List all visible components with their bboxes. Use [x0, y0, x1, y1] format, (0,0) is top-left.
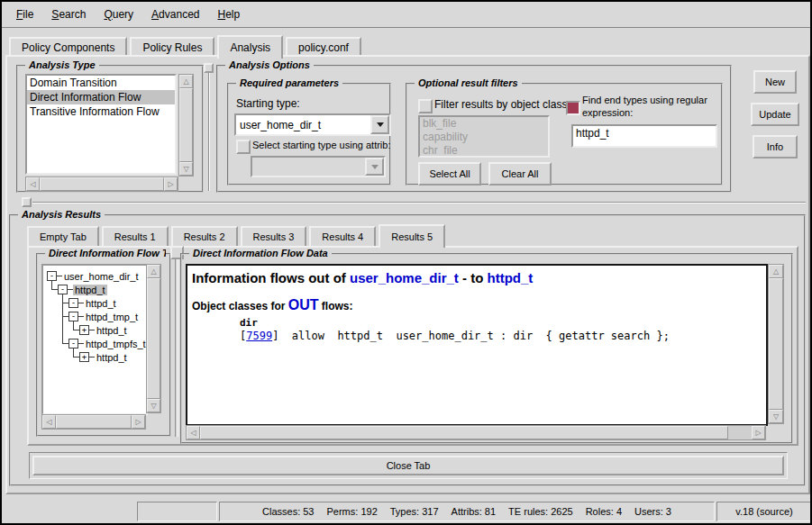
menu-help[interactable]: Help [208, 5, 249, 23]
tab-analysis[interactable]: Analysis [217, 35, 283, 59]
scrollbar-thumb[interactable] [200, 426, 728, 439]
menu-bar: File Search Query Advanced Help [2, 2, 810, 29]
tree-expand-icon[interactable]: - [68, 298, 78, 308]
tree-expand-icon[interactable]: - [58, 285, 68, 294]
scrollbar-thumb[interactable] [56, 415, 132, 429]
regex-checkbox[interactable] [566, 101, 580, 115]
menu-advanced[interactable]: Advanced [142, 5, 208, 23]
tree-node[interactable]: -httpd_tmp_t [43, 310, 140, 323]
status-version: v.18 (source) [716, 502, 812, 521]
analysis-type-item[interactable]: Domain Transition [27, 76, 175, 90]
rule-number-link[interactable]: 7599 [246, 330, 272, 342]
filter-object-class-label[interactable]: Filter results by object class: [434, 98, 570, 111]
tree-hscrollbar[interactable]: ◁ ▷ [41, 414, 146, 430]
select-all-button[interactable]: Select All [418, 162, 481, 186]
scroll-left-icon[interactable]: ◁ [187, 426, 200, 439]
menu-query[interactable]: Query [95, 5, 142, 23]
tree-expand-icon[interactable]: + [79, 352, 89, 362]
scroll-right-icon[interactable]: ▷ [752, 426, 765, 439]
pane-sash-vertical[interactable] [208, 67, 210, 191]
tab-results-5[interactable]: Results 5 [379, 224, 445, 248]
tab-policy-components[interactable]: Policy Components [9, 37, 127, 57]
scroll-down-icon[interactable]: ▽ [179, 162, 193, 176]
analysis-type-group: Analysis Type Domain Transition Direct I… [16, 65, 204, 193]
menu-file[interactable]: File [7, 5, 42, 23]
tree-node[interactable]: +httpd_t [43, 350, 129, 364]
scrollbar-thumb[interactable] [769, 278, 783, 410]
analysis-type-hscrollbar[interactable]: ◁ ▷ [25, 177, 178, 192]
analysis-type-item-selected[interactable]: Direct Information Flow [27, 90, 175, 104]
target-type: httpd_t [488, 270, 534, 285]
regex-checkbox-label[interactable]: Find end types using regular expression: [582, 94, 717, 119]
analysis-type-listbox[interactable]: Domain Transition Direct Information Flo… [25, 74, 177, 175]
scroll-down-icon[interactable]: ▽ [769, 410, 783, 423]
scroll-up-icon[interactable]: △ [179, 75, 193, 88]
flow-tree-group: Direct Information Flow T -user_home_dir… [36, 253, 171, 437]
scrollbar-thumb[interactable] [147, 278, 160, 399]
tree-node[interactable]: -httpd_t [43, 283, 107, 296]
tree-expand-icon[interactable]: - [47, 271, 57, 281]
scrollbar-thumb[interactable] [40, 177, 164, 191]
starting-type-combobox[interactable]: user_home_dir_t [234, 113, 391, 136]
starting-type-value: user_home_dir_t [240, 119, 321, 131]
flow-data-text[interactable]: Information flows out of user_home_dir_t… [186, 264, 768, 426]
status-empty-cell [137, 502, 217, 521]
tree-vscrollbar[interactable]: △ ▽ [146, 264, 161, 413]
tree-expand-icon[interactable]: - [68, 339, 78, 348]
analysis-options-group: Analysis Options Required parameters Sta… [216, 65, 732, 193]
tree-expand-icon[interactable]: - [68, 312, 78, 321]
tree-node[interactable]: -user_home_dir_t [43, 269, 141, 283]
attrib-checkbox[interactable] [236, 140, 251, 154]
tab-results-2[interactable]: Results 2 [171, 226, 238, 246]
analysis-results-title: Analysis Results [18, 209, 105, 220]
tree-node[interactable]: -httpd_t [43, 296, 118, 310]
data-hscrollbar[interactable]: ◁ ▷ [186, 425, 766, 440]
scroll-right-icon[interactable]: ▷ [132, 415, 145, 429]
scroll-up-icon[interactable]: △ [769, 265, 783, 278]
attrib-combobox [251, 156, 386, 177]
scroll-down-icon[interactable]: ▽ [147, 399, 160, 412]
stat-classes: Classes: 53 [262, 506, 314, 517]
optional-result-filters-group: Optional result filters Filter results b… [406, 83, 723, 186]
object-class-item: capability [420, 131, 548, 144]
tab-policy-conf[interactable]: policy.conf [286, 37, 361, 57]
tab-results-3[interactable]: Results 3 [241, 226, 307, 246]
scroll-left-icon[interactable]: ◁ [42, 415, 56, 429]
dropdown-arrow-icon[interactable] [370, 115, 389, 134]
regex-input[interactable]: httpd_t [571, 124, 717, 148]
analysis-type-vscrollbar[interactable]: △ ▽ [178, 74, 194, 177]
tab-results-4[interactable]: Results 4 [309, 226, 376, 246]
pane-sash-horizontal[interactable] [32, 202, 806, 204]
scroll-left-icon[interactable]: ◁ [26, 177, 40, 191]
filter-object-class-checkbox[interactable] [418, 99, 433, 113]
tree-node[interactable]: +httpd_t [43, 323, 129, 337]
pane-sash-handle[interactable] [22, 197, 32, 207]
pane-sash-handle[interactable] [204, 63, 214, 73]
clear-all-button[interactable]: Clear All [488, 162, 552, 186]
analysis-type-title: Analysis Type [25, 59, 99, 70]
info-button[interactable]: Info [753, 135, 798, 158]
scroll-right-icon[interactable]: ▷ [164, 177, 178, 191]
data-vscrollbar[interactable]: △ ▽ [768, 264, 784, 424]
flow-tree[interactable]: -user_home_dir_t -httpd_t -httpd_t -http… [41, 264, 148, 415]
results-sash-vertical[interactable] [175, 251, 178, 437]
tree-node[interactable]: -httpd_tmpfs_t [43, 337, 148, 350]
tree-expand-icon[interactable]: + [79, 325, 89, 335]
menu-search[interactable]: Search [42, 5, 95, 23]
attrib-checkbox-label[interactable]: Select starting type using attrib: [252, 140, 390, 150]
scroll-up-icon[interactable]: △ [147, 265, 160, 278]
main-tab-bar: Policy Components Policy Rules Analysis … [9, 34, 364, 57]
tab-empty[interactable]: Empty Tab [27, 226, 99, 246]
tab-results-1[interactable]: Results 1 [102, 226, 169, 246]
close-tab-container: Close Tab [29, 452, 788, 479]
scrollbar-thumb[interactable] [179, 88, 193, 162]
stat-attribs: Attribs: 81 [452, 506, 497, 517]
update-button[interactable]: Update [751, 103, 799, 126]
analysis-type-item[interactable]: Transitive Information Flow [27, 104, 175, 119]
results-tab-bar: Empty Tab Results 1 Results 2 Results 3 … [27, 225, 448, 246]
flow-tree-title: Direct Information Flow T [45, 248, 166, 258]
close-tab-button[interactable]: Close Tab [32, 456, 784, 475]
tab-policy-rules[interactable]: Policy Rules [130, 37, 214, 57]
new-button[interactable]: New [753, 70, 797, 94]
object-class-item: chr_file [420, 144, 548, 158]
